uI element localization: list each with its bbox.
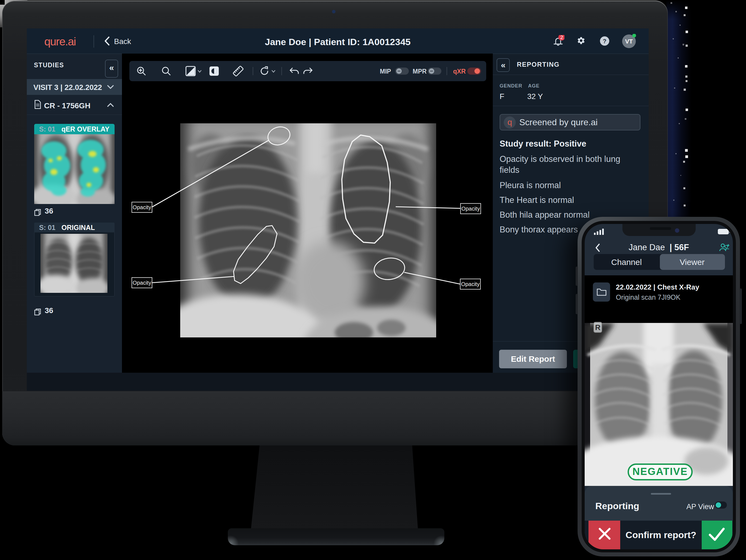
- svg-text:2: 2: [560, 35, 563, 40]
- svg-text:Opacity: Opacity: [461, 206, 480, 212]
- svg-text:Opacity: Opacity: [461, 281, 480, 287]
- svg-text:?: ?: [603, 38, 606, 45]
- svg-text:Opacity: Opacity: [133, 204, 151, 210]
- svg-text:Opacity: Opacity: [133, 280, 151, 286]
- svg-text:VT: VT: [625, 38, 633, 45]
